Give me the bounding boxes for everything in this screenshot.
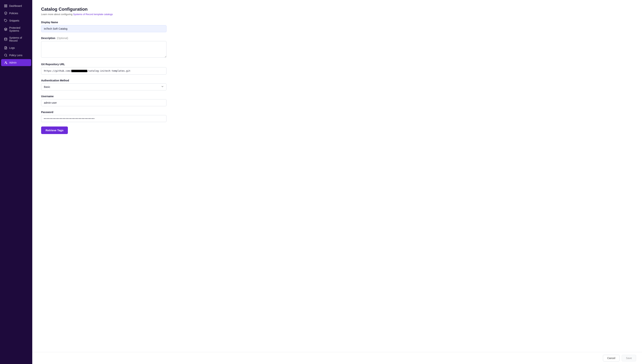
password-group: Password xyxy=(41,111,166,122)
sidebar-item-label: Policy Lens xyxy=(9,54,23,57)
search-circle-icon xyxy=(4,54,7,57)
subtitle-text: Learn more about configuring xyxy=(41,13,73,16)
sidebar-item-policy-lens[interactable]: Policy Lens xyxy=(1,52,31,59)
display-name-label: Display Name xyxy=(41,21,166,24)
database-icon xyxy=(4,38,7,41)
description-optional-label: (Optional) xyxy=(57,37,68,40)
password-input[interactable] xyxy=(41,115,166,122)
sidebar-item-snippets[interactable]: Snippets xyxy=(1,17,31,24)
svg-line-10 xyxy=(6,56,7,56)
svg-rect-1 xyxy=(6,4,7,6)
grid-icon xyxy=(4,4,7,8)
display-name-input[interactable] xyxy=(41,25,166,32)
username-group: Username xyxy=(41,95,166,106)
username-input[interactable] xyxy=(41,99,166,106)
git-url-input[interactable]: https://github.com/ /catalog-initech-tem… xyxy=(41,67,166,74)
catalog-config-form: Display Name Description (Optional) Git … xyxy=(41,21,166,134)
sidebar-item-systems-of-record[interactable]: Systems of Record xyxy=(1,34,31,44)
file-list-icon xyxy=(4,46,7,50)
sidebar-item-label: Logs xyxy=(9,46,15,49)
sidebar-item-label: Protected Systems xyxy=(9,26,28,32)
subtitle-link[interactable]: Systems of Record template catalogs xyxy=(73,13,113,16)
shield-check-icon xyxy=(4,12,7,15)
retrieve-tags-button[interactable]: Retrieve Tags xyxy=(41,126,68,134)
sidebar-item-label: Systems of Record xyxy=(9,36,28,42)
svg-point-6 xyxy=(5,38,7,39)
sidebar-item-logs[interactable]: Logs xyxy=(1,44,31,51)
description-textarea[interactable] xyxy=(41,41,166,58)
save-button[interactable]: Save xyxy=(622,355,636,362)
description-group: Description (Optional) xyxy=(41,37,166,58)
cancel-button[interactable]: Cancel xyxy=(603,355,619,362)
page-subtitle: Learn more about configuring Systems of … xyxy=(41,13,633,16)
auth-method-select-wrapper: Basic SSH Key Token xyxy=(41,84,166,90)
retrieve-tags-group: Retrieve Tags xyxy=(41,126,166,134)
sidebar-item-policies[interactable]: Policies xyxy=(1,10,31,17)
auth-method-group: Authentication Method Basic SSH Key Toke… xyxy=(41,79,166,90)
sidebar-item-dashboard[interactable]: Dashboard xyxy=(1,2,31,10)
svg-marker-5 xyxy=(5,28,7,30)
svg-point-11 xyxy=(5,62,6,62)
sidebar-item-admin[interactable]: Admin xyxy=(1,59,31,66)
layers-icon xyxy=(4,28,7,31)
auth-method-select[interactable]: Basic SSH Key Token xyxy=(41,84,166,90)
description-label: Description (Optional) xyxy=(41,37,166,40)
password-label: Password xyxy=(41,111,166,114)
svg-rect-3 xyxy=(6,6,7,7)
git-url-group: Git Repository URL https://github.com/ /… xyxy=(41,63,166,74)
sidebar-item-label: Dashboard xyxy=(9,4,22,7)
git-url-prefix: https://github.com/ xyxy=(44,69,71,72)
user-gear-icon xyxy=(4,61,7,64)
display-name-group: Display Name xyxy=(41,21,166,32)
bottom-bar: Cancel Save xyxy=(32,352,642,364)
svg-rect-2 xyxy=(5,6,5,7)
git-url-label: Git Repository URL xyxy=(41,63,166,66)
username-label: Username xyxy=(41,95,166,98)
svg-rect-0 xyxy=(5,4,5,6)
sidebar-item-label: Policies xyxy=(9,12,18,15)
sidebar: Dashboard Policies Snippets Protected Sy… xyxy=(0,0,32,364)
auth-method-label: Authentication Method xyxy=(41,79,166,82)
puzzle-icon xyxy=(4,19,7,22)
sidebar-item-protected-systems[interactable]: Protected Systems xyxy=(1,24,31,34)
git-url-suffix: /catalog-initech-templates.git xyxy=(87,69,131,72)
page-title: Catalog Configuration xyxy=(41,7,633,12)
sidebar-item-label: Admin xyxy=(9,61,17,64)
git-url-redacted xyxy=(71,70,87,72)
sidebar-item-label: Snippets xyxy=(9,19,19,22)
main-content: Catalog Configuration Learn more about c… xyxy=(32,0,642,364)
